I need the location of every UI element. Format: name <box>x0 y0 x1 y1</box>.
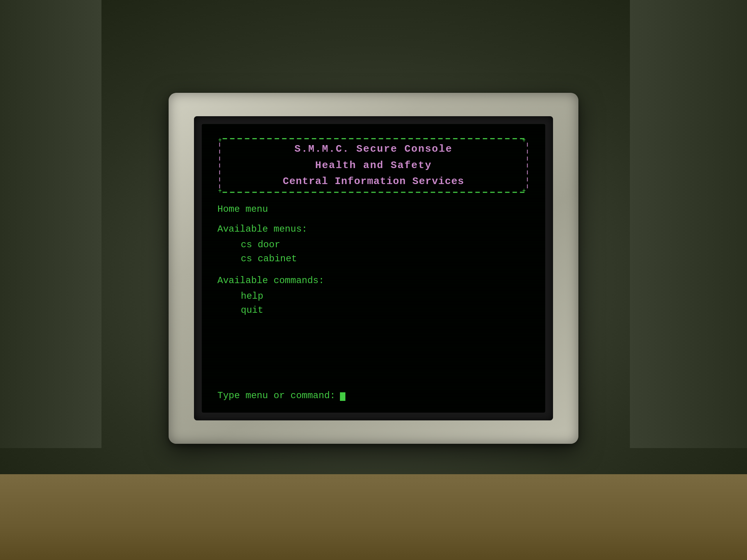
monitor-bezel: + + + + S.M.M.C. Secure Console Health a… <box>194 116 553 420</box>
monitor-outer: + + + + S.M.M.C. Secure Console Health a… <box>169 93 578 444</box>
svg-text:+: + <box>218 136 222 145</box>
wall-left <box>0 0 101 448</box>
cursor <box>340 392 345 401</box>
home-menu-label: Home menu <box>217 204 530 214</box>
prompt-area: Type menu or command: <box>217 390 530 401</box>
svg-text:+: + <box>522 136 526 145</box>
header-box: + + + + S.M.M.C. Secure Console Health a… <box>217 136 530 195</box>
prompt-label: Type menu or command: <box>217 390 335 401</box>
command-item-1[interactable]: help <box>217 289 530 303</box>
header-border-svg: + + + + <box>217 136 530 195</box>
spacer-1 <box>217 266 530 274</box>
screen: + + + + S.M.M.C. Secure Console Health a… <box>202 124 545 413</box>
menu-content: Available menus: cs door cs cabinet Avai… <box>217 222 530 317</box>
menu-item-1[interactable]: cs door <box>217 238 530 252</box>
svg-text:+: + <box>218 187 222 195</box>
svg-text:+: + <box>522 187 526 195</box>
available-commands-label: Available commands: <box>217 274 530 288</box>
menu-item-2[interactable]: cs cabinet <box>217 252 530 266</box>
floor <box>0 474 747 560</box>
available-menus-label: Available menus: <box>217 222 530 236</box>
wall-right <box>630 0 747 448</box>
command-item-2[interactable]: quit <box>217 303 530 317</box>
